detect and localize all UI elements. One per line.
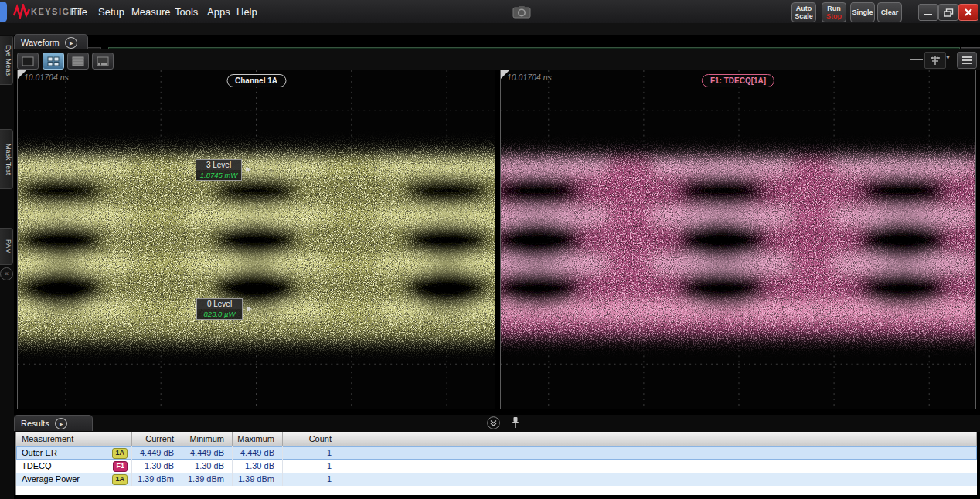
- chevron-left-double-icon: «: [5, 270, 9, 277]
- menu-apps[interactable]: Apps: [207, 6, 230, 18]
- eye-diagram-channel-1a[interactable]: [18, 70, 495, 409]
- source-badge-1a: 1A: [112, 448, 128, 459]
- results-collapse-button[interactable]: [487, 416, 500, 429]
- sidebar-tab-pam[interactable]: PAM: [0, 228, 13, 265]
- table-row-average-power[interactable]: Average Power 1A 1.39 dBm 1.39 dBm 1.39 …: [16, 473, 977, 486]
- layout-tabbed-icon: [97, 56, 109, 66]
- count-value: 1: [283, 446, 339, 460]
- close-button[interactable]: [958, 4, 978, 21]
- header-count: Count: [283, 432, 339, 446]
- marker-tool-icon: [929, 55, 941, 66]
- minimum-value: 1.39 dBm: [182, 473, 233, 486]
- results-tab-menu-icon[interactable]: ▶: [55, 418, 67, 429]
- display-toolbar: [14, 49, 980, 70]
- screenshot-button[interactable]: [510, 4, 533, 19]
- header-minimum: Minimum: [182, 432, 233, 446]
- table-row-tdecq[interactable]: TDECQ F1 1.30 dB 1.30 dB 1.30 dB 1: [16, 460, 977, 473]
- menu-file[interactable]: File: [71, 6, 87, 18]
- layout-stacked-icon: [72, 56, 84, 66]
- keysight-logo-icon: [13, 4, 30, 19]
- current-value: 1.30 dB: [132, 460, 182, 473]
- layout-single-button[interactable]: [17, 53, 39, 70]
- count-value: 1: [283, 473, 339, 486]
- measurement-name: Outer ER: [22, 446, 57, 460]
- current-value: 1.39 dBm: [132, 473, 182, 486]
- sidebar-tab-label: Mask Test: [5, 144, 12, 175]
- maximum-value: 4.449 dB: [233, 446, 283, 460]
- channel-badge[interactable]: Channel 1A: [226, 74, 286, 87]
- sidebar-collapse-button[interactable]: «: [0, 267, 13, 280]
- auto-scale-button[interactable]: Auto Scale: [791, 2, 816, 22]
- restore-button[interactable]: [938, 4, 958, 21]
- marker-tool-button[interactable]: [924, 52, 946, 69]
- timebase-readout: 10.01704 ns: [24, 73, 69, 82]
- header-maximum: Maximum: [233, 432, 283, 446]
- panel-menu-button[interactable]: [957, 52, 977, 69]
- sidebar-tab-label: Eye Meas: [5, 45, 12, 76]
- level-marker-title: 3 Level: [196, 160, 241, 170]
- measurement-name: Average Power: [22, 473, 80, 486]
- eye-diagram-tdecq[interactable]: [501, 70, 975, 409]
- table-row-outer-er[interactable]: Outer ER 1A 4.449 dB 4.449 dB 4.449 dB 1: [16, 446, 977, 460]
- layout-single-icon: [22, 56, 34, 66]
- source-badge-1a: 1A: [112, 474, 128, 485]
- maximum-value: 1.39 dBm: [233, 473, 283, 486]
- header-measurement: Measurement: [16, 432, 132, 446]
- stop-label: Stop: [826, 12, 842, 20]
- header-current: Current: [132, 432, 182, 446]
- waveform-panel-channel-1a: 10.01704 ns Channel 1A 3 Level 1.8745 mW…: [17, 70, 495, 409]
- marker-arrow-icon: ▶: [246, 165, 251, 173]
- menu-setup[interactable]: Setup: [98, 6, 124, 18]
- camera-icon: [512, 5, 531, 19]
- minimize-button[interactable]: [918, 4, 938, 21]
- layout-stacked-button[interactable]: [67, 53, 89, 70]
- minimum-value: 4.449 dB: [182, 446, 233, 460]
- menu-tools[interactable]: Tools: [175, 6, 198, 18]
- restore-icon: [944, 8, 954, 17]
- level-marker-value: 1.8745 mW: [196, 170, 241, 180]
- source-badge-f1: F1: [113, 461, 128, 472]
- marker-arrow-icon: ▶: [247, 304, 252, 312]
- level-marker-value: 823.0 µW: [197, 309, 242, 319]
- single-button[interactable]: Single: [850, 2, 875, 22]
- results-table-header: Measurement Current Minimum Maximum Coun…: [16, 432, 977, 446]
- current-value: 4.449 dB: [132, 446, 182, 460]
- results-table: Measurement Current Minimum Maximum Coun…: [15, 432, 977, 495]
- count-value: 1: [283, 460, 339, 473]
- auto-scale-label-1: Auto: [796, 5, 812, 12]
- timebase-readout: 10.01704 ns: [507, 73, 552, 82]
- waveform-panel-tdecq: 10.01704 ns F1: TDECQ[1A]: [500, 70, 976, 409]
- toolbar-separator: [910, 59, 923, 60]
- sidebar-tab-eye-meas[interactable]: Eye Meas: [0, 36, 13, 85]
- close-icon: [965, 8, 972, 16]
- marker-dropdown-icon[interactable]: ▼: [945, 55, 951, 60]
- measurement-name: TDECQ: [22, 460, 52, 473]
- level-marker-3[interactable]: 3 Level 1.8745 mW ▶: [196, 159, 242, 181]
- acquisition-bar: Pattern Acquisition (100%) ▼: [0, 23, 980, 35]
- layout-tabbed-button[interactable]: [92, 53, 114, 70]
- menu-measure[interactable]: Measure: [131, 6, 171, 18]
- results-tab[interactable]: Results ▶: [14, 415, 93, 431]
- layout-grid-icon: [47, 56, 60, 66]
- single-label: Single: [852, 8, 873, 16]
- waveform-tab-menu-icon[interactable]: ▶: [65, 37, 77, 49]
- window-edge-accent: [0, 2, 7, 22]
- sidebar-tab-mask-test[interactable]: Mask Test: [0, 129, 13, 189]
- clear-label: Clear: [881, 8, 899, 16]
- auto-scale-label-2: Scale: [795, 12, 813, 20]
- results-tab-label: Results: [21, 419, 49, 428]
- level-marker-title: 0 Level: [197, 299, 242, 309]
- run-stop-button[interactable]: Run Stop: [822, 2, 846, 22]
- minimize-icon: [924, 8, 933, 16]
- run-label: Run: [827, 5, 841, 12]
- menu-bar: KEYSIGHT File Setup Measure Tools Apps H…: [0, 0, 980, 24]
- clear-button[interactable]: Clear: [877, 2, 902, 22]
- waveform-tab-label: Waveform: [21, 38, 60, 47]
- level-marker-0[interactable]: 0 Level 823.0 µW ▶: [196, 298, 243, 320]
- sidebar-tab-label: PAM: [5, 239, 12, 254]
- pin-icon[interactable]: [511, 416, 520, 429]
- waveform-tab[interactable]: Waveform ▶: [14, 34, 88, 50]
- menu-help[interactable]: Help: [236, 6, 257, 18]
- layout-grid-button[interactable]: [43, 53, 64, 70]
- function-badge[interactable]: F1: TDECQ[1A]: [702, 74, 774, 87]
